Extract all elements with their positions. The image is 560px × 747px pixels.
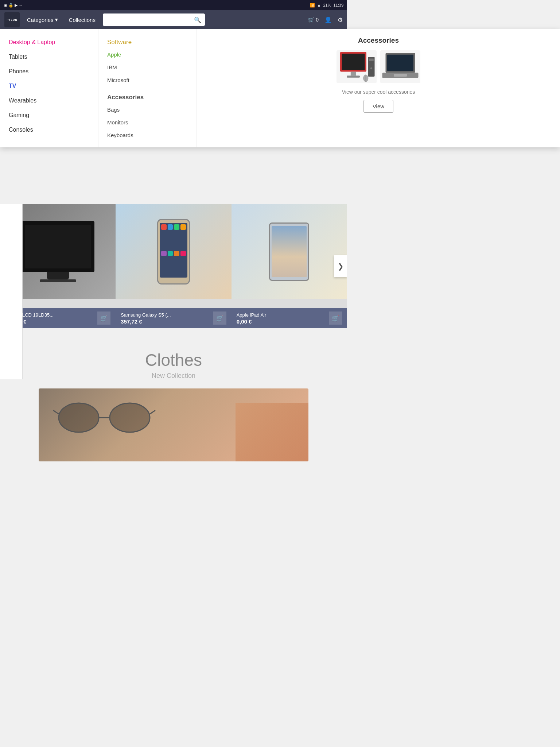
battery-status: 21% (323, 3, 331, 7)
product-carousel: ❮ TV 19´´ L (0, 204, 347, 328)
bluetooth-icon: 📶 (310, 3, 315, 8)
dropdown-col1: Desktop & Laptop Tablets Phones TV Weara… (0, 29, 98, 147)
status-bar-right: 📶 ▲ 21% 11:39 (310, 3, 343, 8)
ipad-add-to-cart-button[interactable]: 🛒 (329, 311, 342, 325)
app-icons: ▣ 🔒 ▶ ··· (4, 3, 22, 8)
status-bar-left: ▣ 🔒 ▶ ··· (4, 3, 22, 8)
search-input[interactable] (106, 17, 192, 23)
menu-item-consoles[interactable]: Consoles (0, 123, 98, 137)
cart-button[interactable]: 🛒 0 (308, 17, 319, 23)
tv-base (40, 279, 76, 282)
app-icon-7 (174, 251, 179, 256)
ipad-card-info: Apple iPad Air 0,00 € 🛒 (232, 308, 347, 328)
svg-point-13 (59, 403, 99, 432)
svg-point-14 (110, 403, 150, 432)
app-icon-1 (161, 224, 167, 230)
phone-product-price: 357,72 € (121, 318, 171, 325)
svg-line-16 (53, 410, 59, 414)
phone-card-info: Samsung Galaxy S5 (... 357,72 € 🛒 (116, 308, 231, 328)
menu-item-phones[interactable]: Phones (0, 64, 98, 79)
carousel-next-button[interactable]: ❯ (334, 255, 347, 277)
software-section-header: Software (98, 35, 197, 48)
menu-item-wearables[interactable]: Wearables (0, 93, 98, 108)
tv-screen (25, 225, 91, 268)
ipad-screen (272, 226, 307, 277)
tv-shape (22, 221, 94, 272)
svg-line-17 (150, 410, 155, 414)
tv-add-to-cart-button[interactable]: 🛒 (97, 311, 110, 325)
ipad-product-name: Apple iPad Air (237, 312, 267, 318)
search-icon: 🔍 (194, 16, 201, 23)
product-card-phone: Samsung Galaxy S5 (... 357,72 € 🛒 (116, 204, 231, 328)
dropdown-arrow-icon: ▾ (55, 16, 58, 23)
ipad-shape (269, 222, 309, 281)
app-icon-5 (161, 251, 167, 256)
sub-item-apple[interactable]: Apple (98, 48, 197, 61)
clothes-banner-image (39, 388, 308, 461)
sub-item-bags[interactable]: Bags (98, 103, 197, 116)
ipad-product-details: Apple iPad Air 0,00 € (237, 312, 267, 325)
user-icon[interactable]: 👤 (324, 16, 332, 23)
phone-product-details: Samsung Galaxy S5 (... 357,72 € (121, 312, 171, 325)
sub-item-microsoft[interactable]: Microsoft (98, 74, 197, 86)
phone-shape (157, 219, 190, 285)
carousel-wrapper: ❮ TV 19´´ L (0, 204, 347, 328)
clothes-section-title: Clothes (7, 350, 340, 370)
categories-menu-button[interactable]: Categories ▾ (23, 14, 62, 25)
wifi-icon: ▲ (317, 3, 321, 7)
sub-item-ibm[interactable]: IBM (98, 61, 197, 74)
ipad-product-image (232, 204, 347, 299)
app-icon-3 (174, 224, 179, 230)
left-partial-panel (0, 204, 23, 379)
phone-product-image (116, 204, 231, 299)
accessories-images (337, 50, 347, 83)
clothes-section-subtitle: New Collection (7, 372, 340, 380)
glasses-svg (53, 396, 163, 440)
dropdown-col3-accessories: Accessories (197, 29, 347, 147)
status-bar: ▣ 🔒 ▶ ··· 📶 ▲ 21% 11:39 (0, 0, 347, 10)
menu-item-desktop-laptop[interactable]: Desktop & Laptop (0, 35, 98, 50)
phone-add-to-cart-button[interactable]: 🛒 (213, 311, 226, 325)
dropdown-container: Desktop & Laptop Tablets Phones TV Weara… (0, 29, 347, 147)
desktop-image (337, 50, 347, 83)
desktop-svg (337, 50, 347, 83)
fabric-texture (236, 403, 308, 461)
app-icon-8 (180, 251, 186, 256)
collections-link[interactable]: Collections (65, 15, 99, 25)
sub-item-keyboards[interactable]: Keyboards (98, 129, 197, 142)
logo: PYLON (4, 12, 20, 27)
accessories-section-header: Accessories (98, 86, 197, 103)
navbar: PYLON Categories ▾ Collections 🔍 🛒 0 👤 ⚙ (0, 10, 347, 29)
svg-rect-1 (342, 54, 347, 70)
settings-icon[interactable]: ⚙ (338, 16, 343, 23)
app-icon-2 (168, 224, 173, 230)
menu-item-gaming[interactable]: Gaming (0, 108, 98, 123)
cart-count: 0 (316, 17, 319, 23)
cart-icon: 🛒 (308, 17, 314, 23)
app-icon-4 (180, 224, 186, 230)
product-card-ipad: Apple iPad Air 0,00 € 🛒 (232, 204, 347, 328)
accessories-promo-desc: View our super cool accessories (342, 89, 347, 95)
main-content: ❮ TV 19´´ L (0, 204, 347, 469)
sub-item-monitors[interactable]: Monitors (98, 116, 197, 129)
menu-item-tablets[interactable]: Tablets (0, 50, 98, 64)
app-icon-6 (168, 251, 173, 256)
menu-item-tv[interactable]: TV (0, 79, 98, 93)
product-cards: TV 19´´ LCD 19LD35... 180,00 € 🛒 (0, 204, 347, 328)
navbar-right-actions: 🛒 0 👤 ⚙ (308, 16, 343, 23)
dropdown-col2: Software Apple IBM Microsoft Accessories… (98, 29, 197, 147)
time-display: 11:39 (333, 3, 343, 7)
dropdown-menu: Desktop & Laptop Tablets Phones TV Weara… (0, 29, 347, 147)
ipad-product-price: 0,00 € (237, 318, 267, 325)
search-bar[interactable]: 🔍 (103, 13, 205, 26)
phone-product-name: Samsung Galaxy S5 (... (121, 312, 171, 318)
tv-shape-wrapper (22, 221, 94, 282)
clothes-section: Clothes New Collection (0, 328, 347, 469)
svg-rect-3 (347, 76, 347, 77)
phone-screen (160, 223, 187, 278)
